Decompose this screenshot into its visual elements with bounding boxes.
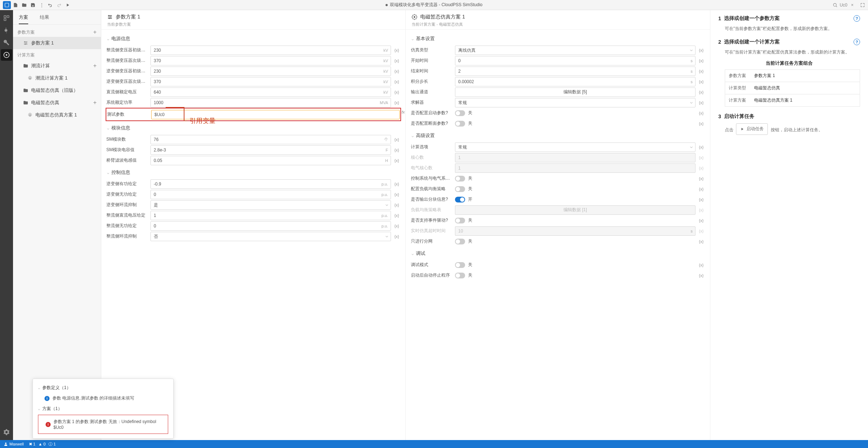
- x-btn[interactable]: {x}: [698, 59, 705, 63]
- x-btn[interactable]: {x}: [698, 48, 705, 52]
- edit-output-channels-button[interactable]: 编辑数据 [5]: [455, 88, 695, 97]
- toggle-event-driven[interactable]: [455, 218, 465, 223]
- toggle-startup-params[interactable]: [455, 110, 465, 116]
- app-icon[interactable]: [3, 1, 11, 9]
- input-rect-q[interactable]: [150, 221, 391, 231]
- open-icon[interactable]: [20, 1, 28, 9]
- group-power[interactable]: ⌵电源信息: [106, 32, 400, 45]
- save-icon[interactable]: [29, 1, 37, 9]
- x-btn[interactable]: {x}: [393, 213, 400, 218]
- toggle-load-balance[interactable]: [455, 186, 465, 192]
- group-basic[interactable]: ⌵基本设置: [411, 32, 705, 45]
- input-inv-primary[interactable]: [150, 67, 391, 76]
- input-arm-inductor[interactable]: [150, 156, 391, 165]
- input-test-param[interactable]: [151, 110, 400, 119]
- x-btn[interactable]: {x}: [698, 263, 705, 267]
- tab-result[interactable]: 结果: [34, 10, 55, 24]
- input-start-time[interactable]: [455, 56, 695, 65]
- flow-plan-item[interactable]: 潮流计算方案 1: [13, 72, 101, 84]
- redo-icon[interactable]: [55, 1, 63, 9]
- input-sm-cap[interactable]: [150, 145, 391, 155]
- flow-folder[interactable]: 潮流计算+: [13, 60, 101, 72]
- more-icon[interactable]: ⋮: [38, 1, 46, 9]
- toggle-section-params[interactable]: [455, 121, 465, 127]
- toggle-auto-stop[interactable]: [455, 273, 465, 278]
- x-btn[interactable]: {x}: [698, 121, 705, 126]
- search-box[interactable]: Uc0 ×: [833, 3, 865, 8]
- select-rect-circ[interactable]: 否: [150, 232, 391, 241]
- fullscreen-icon[interactable]: [860, 3, 865, 8]
- rail-tools-icon[interactable]: [1, 37, 12, 48]
- x-btn[interactable]: {x}: [393, 203, 400, 207]
- rail-settings-icon[interactable]: [1, 426, 12, 438]
- input-inv-p[interactable]: [150, 179, 391, 189]
- x-btn[interactable]: {x}: [393, 182, 400, 186]
- help-icon[interactable]: ?: [854, 39, 860, 45]
- status-counts[interactable]: ✖ 1 ▲ 0 ⓘ 1: [29, 441, 56, 447]
- x-btn[interactable]: {x}: [698, 273, 705, 278]
- x-btn[interactable]: {x}: [698, 218, 705, 223]
- add-emt-icon[interactable]: +: [93, 99, 97, 106]
- x-btn[interactable]: {x}: [698, 90, 705, 94]
- tab-plan[interactable]: 方案: [13, 10, 34, 24]
- toggle-debug-mode[interactable]: [455, 262, 465, 268]
- add-param-plan-icon[interactable]: +: [93, 29, 97, 35]
- undo-icon[interactable]: [46, 1, 54, 9]
- toggle-block-info[interactable]: [455, 197, 465, 202]
- input-rect-secondary[interactable]: [150, 56, 391, 65]
- rail-run-icon[interactable]: [1, 49, 12, 61]
- group-debug[interactable]: ⌵调试: [411, 247, 705, 260]
- new-file-icon[interactable]: [12, 1, 20, 9]
- input-inv-secondary[interactable]: [150, 77, 391, 86]
- emt-folder[interactable]: 电磁暂态仿真+: [13, 97, 101, 109]
- toggle-ctrl-elec[interactable]: [455, 176, 465, 182]
- input-rated-power[interactable]: [150, 98, 391, 107]
- status-user[interactable]: Maxwell: [4, 442, 24, 446]
- x-btn[interactable]: {x}: [698, 111, 705, 115]
- input-step[interactable]: [455, 77, 695, 86]
- x-btn[interactable]: {x}: [698, 101, 705, 105]
- input-rect-primary[interactable]: [150, 46, 391, 55]
- run-icon[interactable]: [64, 1, 72, 9]
- x-btn[interactable]: {x}: [393, 69, 400, 73]
- popup-info-item[interactable]: i参数 电源信息.测试参数 的详细描述未填写: [38, 393, 168, 404]
- param-plan-item[interactable]: 参数方案 1: [13, 37, 101, 49]
- group-advanced[interactable]: ⌵高级设置: [411, 129, 705, 142]
- fx-icon[interactable]: fx: [401, 110, 405, 114]
- popup-error-item[interactable]: !参数方案 1 的参数 测试参数 无效：Undefined symbol $Uc…: [41, 417, 166, 432]
- popup-section-plan[interactable]: ⌵方案（1）: [38, 404, 168, 414]
- x-btn[interactable]: {x}: [698, 69, 705, 73]
- select-calc-option[interactable]: 常规: [455, 142, 695, 152]
- select-solver[interactable]: 常规: [455, 98, 695, 107]
- help-icon[interactable]: ?: [854, 15, 860, 22]
- x-btn[interactable]: {x}: [393, 137, 400, 142]
- add-flow-icon[interactable]: +: [93, 63, 97, 69]
- x-btn[interactable]: {x}: [698, 80, 705, 84]
- select-sim-type[interactable]: 离线仿真: [455, 46, 695, 55]
- x-btn[interactable]: {x}: [698, 197, 705, 202]
- toggle-only-partition[interactable]: [455, 239, 465, 244]
- x-btn[interactable]: {x}: [698, 145, 705, 149]
- x-btn[interactable]: {x}: [393, 224, 400, 228]
- launch-button[interactable]: 启动任务: [736, 123, 768, 135]
- emt-plan-item[interactable]: 电磁暂态仿真方案 1: [13, 109, 101, 121]
- input-rect-dc[interactable]: [150, 211, 391, 220]
- x-btn[interactable]: {x}: [698, 187, 705, 191]
- x-btn[interactable]: {x}: [393, 158, 400, 163]
- input-sm-count[interactable]: [150, 135, 391, 144]
- select-inv-circ[interactable]: 是: [150, 200, 391, 210]
- x-btn[interactable]: {x}: [393, 234, 400, 239]
- popup-section-param-def[interactable]: ⌵参数定义（1）: [38, 383, 168, 393]
- x-btn[interactable]: {x}: [393, 48, 400, 52]
- x-btn[interactable]: {x}: [393, 192, 400, 197]
- input-end-time[interactable]: [455, 67, 695, 76]
- group-module[interactable]: ⌵模块信息: [106, 121, 400, 134]
- input-dc-voltage[interactable]: [150, 88, 391, 97]
- rail-overview-icon[interactable]: [1, 12, 12, 24]
- x-btn[interactable]: {x}: [698, 176, 705, 181]
- rail-plug-icon[interactable]: [1, 25, 12, 36]
- x-btn[interactable]: {x}: [393, 101, 400, 105]
- x-btn[interactable]: {x}: [393, 148, 400, 152]
- group-control[interactable]: ⌵控制信息: [106, 166, 400, 179]
- input-inv-q[interactable]: [150, 190, 391, 199]
